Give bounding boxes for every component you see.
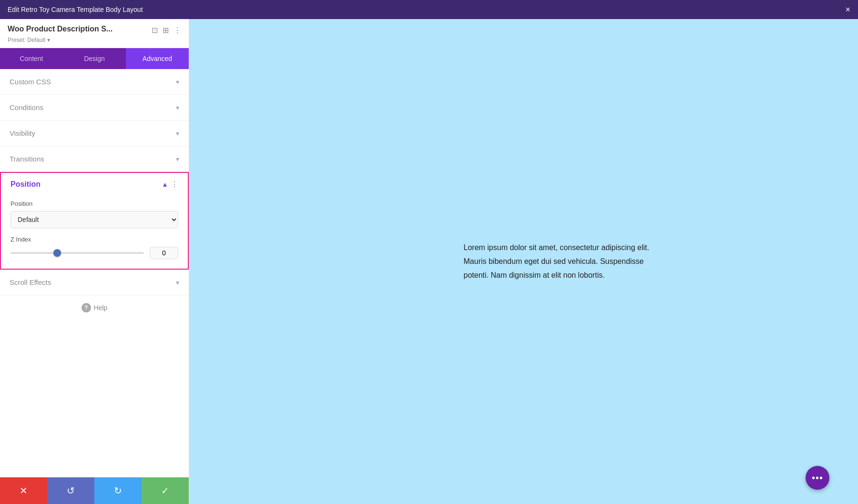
close-button[interactable]: ✕ bbox=[0, 477, 47, 504]
save-icon: ✓ bbox=[161, 485, 169, 496]
panel-header-icons: ⊡ ⊞ ⋮ bbox=[152, 26, 181, 35]
accordion-custom-css: Custom CSS ▾ bbox=[0, 69, 189, 95]
panel-preset[interactable]: Preset: Default ▾ bbox=[8, 37, 50, 43]
main-layout: Woo Product Description S... ⊡ ⊞ ⋮ Prese… bbox=[0, 19, 858, 504]
accordion-transitions: Transitions ▾ bbox=[0, 146, 189, 172]
redo-button[interactable]: ↻ bbox=[94, 477, 142, 504]
zindex-label: Z Index bbox=[10, 236, 178, 243]
tab-advanced[interactable]: Advanced bbox=[126, 48, 189, 69]
save-button[interactable]: ✓ bbox=[142, 477, 189, 504]
close-icon: ✕ bbox=[20, 485, 28, 496]
fab-dots-icon: ••• bbox=[812, 473, 823, 484]
accordion-visibility-header[interactable]: Visibility ▾ bbox=[0, 121, 189, 146]
fab-button[interactable]: ••• bbox=[806, 466, 829, 490]
slider-fill bbox=[10, 252, 57, 254]
undo-button[interactable]: ↺ bbox=[47, 477, 94, 504]
content-area: Lorem ipsum dolor sit amet, consectetur … bbox=[189, 19, 858, 504]
title-bar-text: Edit Retro Toy Camera Template Body Layo… bbox=[8, 6, 143, 13]
title-bar-close-button[interactable]: × bbox=[845, 5, 850, 14]
accordion-custom-css-header[interactable]: Custom CSS ▾ bbox=[0, 69, 189, 94]
accordion-scroll-effects-label: Scroll Effects bbox=[10, 278, 51, 286]
bottom-bar: ✕ ↺ ↻ ✓ bbox=[0, 477, 189, 504]
accordion-scroll-effects-header[interactable]: Scroll Effects ▾ bbox=[0, 270, 189, 295]
redo-icon: ↻ bbox=[114, 485, 122, 496]
accordion-position: Position ▴ ⋮ Position Default Static Rel… bbox=[0, 172, 189, 270]
accordion-position-header[interactable]: Position ▴ ⋮ bbox=[1, 173, 188, 195]
layout-icon[interactable]: ⊞ bbox=[163, 26, 169, 35]
tab-design[interactable]: Design bbox=[63, 48, 126, 69]
position-more-icon[interactable]: ⋮ bbox=[171, 180, 178, 189]
accordion-conditions-header[interactable]: Conditions ▾ bbox=[0, 95, 189, 120]
slider-track bbox=[10, 252, 144, 254]
lorem-text: Lorem ipsum dolor sit amet, consectetur … bbox=[464, 241, 664, 282]
accordion-scroll-effects: Scroll Effects ▾ bbox=[0, 270, 189, 295]
accordion-transitions-header[interactable]: Transitions ▾ bbox=[0, 146, 189, 171]
position-field-label: Position bbox=[10, 200, 178, 207]
chevron-down-icon: ▾ bbox=[176, 279, 179, 286]
zindex-value-input[interactable] bbox=[150, 247, 178, 259]
accordion-custom-css-label: Custom CSS bbox=[10, 78, 51, 86]
accordion-visibility-label: Visibility bbox=[10, 129, 35, 137]
slider-thumb[interactable] bbox=[53, 249, 61, 257]
responsive-icon[interactable]: ⊡ bbox=[152, 26, 158, 35]
help-row[interactable]: ? Help bbox=[0, 295, 189, 320]
panel-body: Custom CSS ▾ Conditions ▾ Visibility ▾ bbox=[0, 69, 189, 477]
help-icon: ? bbox=[82, 303, 91, 312]
position-header-icons: ▴ ⋮ bbox=[163, 180, 178, 189]
panel-header: Woo Product Description S... ⊡ ⊞ ⋮ Prese… bbox=[0, 19, 189, 48]
chevron-down-icon: ▾ bbox=[176, 130, 179, 137]
accordion-visibility: Visibility ▾ bbox=[0, 121, 189, 146]
undo-icon: ↺ bbox=[67, 485, 75, 496]
title-bar: Edit Retro Toy Camera Template Body Layo… bbox=[0, 0, 858, 19]
accordion-conditions: Conditions ▾ bbox=[0, 95, 189, 121]
more-icon[interactable]: ⋮ bbox=[174, 26, 181, 35]
panel-title: Woo Product Description S... bbox=[8, 25, 112, 33]
tabs-bar: Content Design Advanced bbox=[0, 48, 189, 69]
tab-content[interactable]: Content bbox=[0, 48, 63, 69]
accordion-transitions-label: Transitions bbox=[10, 155, 44, 163]
position-body: Position Default Static Relative Absolut… bbox=[1, 195, 188, 269]
accordion-position-label: Position bbox=[10, 180, 41, 189]
chevron-down-icon: ▾ bbox=[176, 78, 179, 86]
chevron-up-icon[interactable]: ▴ bbox=[163, 180, 167, 189]
left-panel: Woo Product Description S... ⊡ ⊞ ⋮ Prese… bbox=[0, 19, 189, 504]
zindex-slider[interactable] bbox=[10, 248, 144, 258]
help-label: Help bbox=[94, 304, 108, 312]
accordion-conditions-label: Conditions bbox=[10, 103, 43, 111]
position-select[interactable]: Default Static Relative Absolute Fixed bbox=[10, 211, 178, 228]
chevron-down-icon: ▾ bbox=[176, 155, 179, 163]
zindex-row bbox=[10, 247, 178, 259]
chevron-down-icon: ▾ bbox=[176, 104, 179, 111]
